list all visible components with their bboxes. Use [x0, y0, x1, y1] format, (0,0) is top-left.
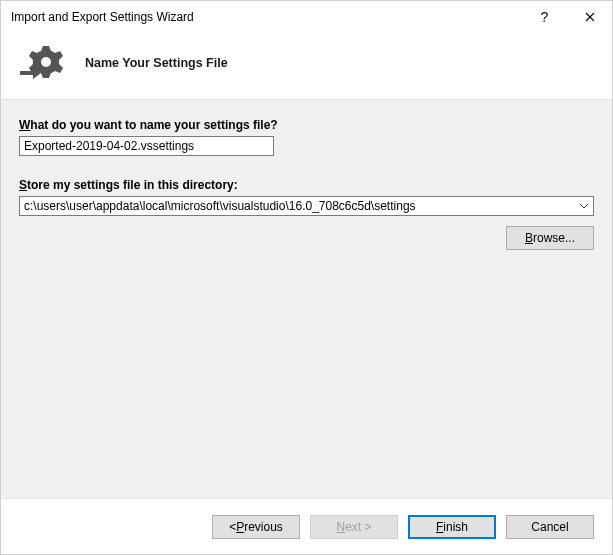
close-icon: [585, 12, 595, 22]
gear-arrow-icon: [19, 43, 69, 83]
directory-label: Store my settings file in this directory…: [19, 178, 594, 192]
finish-button[interactable]: Finish: [408, 515, 496, 539]
filename-label: What do you want to name your settings f…: [19, 118, 594, 132]
directory-value: c:\users\user\appdata\local\microsoft\vi…: [20, 199, 575, 213]
browse-row: Browse...: [19, 226, 594, 250]
svg-point-0: [41, 57, 51, 67]
directory-row: Store my settings file in this directory…: [19, 178, 594, 250]
wizard-content: What do you want to name your settings f…: [1, 99, 612, 499]
filename-input[interactable]: [19, 136, 274, 156]
filename-row: What do you want to name your settings f…: [19, 118, 594, 156]
titlebar: Import and Export Settings Wizard ?: [1, 1, 612, 33]
titlebar-controls: ?: [522, 1, 612, 33]
page-title: Name Your Settings File: [85, 56, 228, 70]
close-button[interactable]: [567, 1, 612, 33]
browse-button[interactable]: Browse...: [506, 226, 594, 250]
help-button[interactable]: ?: [522, 1, 567, 33]
directory-combobox[interactable]: c:\users\user\appdata\local\microsoft\vi…: [19, 196, 594, 216]
help-icon: ?: [541, 9, 549, 25]
wizard-window: Import and Export Settings Wizard ? Name…: [0, 0, 613, 555]
wizard-header: Name Your Settings File: [1, 33, 612, 99]
cancel-button[interactable]: Cancel: [506, 515, 594, 539]
window-title: Import and Export Settings Wizard: [11, 10, 522, 24]
chevron-down-icon: [575, 204, 593, 209]
wizard-footer: < Previous Next > Finish Cancel: [1, 499, 612, 554]
previous-button[interactable]: < Previous: [212, 515, 300, 539]
next-button: Next >: [310, 515, 398, 539]
